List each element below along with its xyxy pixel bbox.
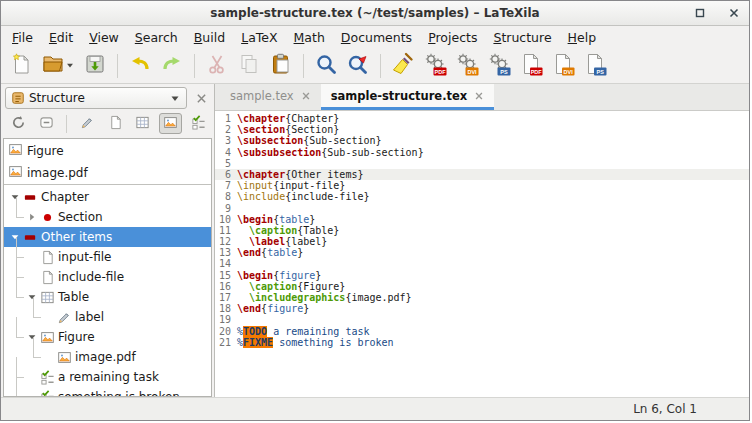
latexila-window: sample-structure.tex (~/test/samples) – … — [0, 0, 750, 421]
show-tables-button[interactable] — [131, 113, 155, 134]
editor-line-8[interactable]: 8\include{include-file} — [215, 191, 749, 202]
copy-button[interactable] — [234, 51, 264, 81]
paste-button[interactable] — [266, 51, 296, 81]
line-code: %TODO a remaining task — [237, 326, 749, 337]
view-pdf-button[interactable]: PDF — [516, 51, 546, 81]
tab-close-icon[interactable] — [301, 91, 311, 101]
editor-line-2[interactable]: 2\section{Section} — [215, 124, 749, 135]
show-labels-button[interactable] — [75, 113, 99, 134]
view-ps-button[interactable]: PS — [580, 51, 610, 81]
chevron-down-icon — [169, 92, 181, 104]
tree-item-a-remaining-task[interactable]: a remaining task — [4, 367, 211, 387]
sidebar-close-button[interactable] — [191, 88, 211, 108]
new-file-button[interactable] — [6, 51, 36, 81]
redo-button[interactable] — [157, 51, 187, 81]
titlebar[interactable]: sample-structure.tex (~/test/samples) – … — [1, 1, 749, 26]
code-token: {input-file} — [273, 180, 345, 191]
menu-latex[interactable]: LaTeX — [233, 28, 285, 47]
menu-file[interactable]: File — [4, 28, 41, 47]
tree-item-section[interactable]: Section — [4, 207, 211, 227]
tree-item-chapter[interactable]: Chapter — [4, 187, 211, 207]
code-token: \begin — [237, 270, 273, 281]
tab-sample-tex[interactable]: sample.tex — [220, 84, 321, 110]
statusbar: Ln 6, Col 1 — [1, 397, 749, 420]
tree-item-include-file[interactable]: include-file — [4, 267, 211, 287]
editor-line-18[interactable]: 18\end{figure} — [215, 303, 749, 314]
editor-line-3[interactable]: 3\subsection{Sub-section} — [215, 135, 749, 146]
editor-line-16[interactable]: 16 \caption{Figure} — [215, 281, 749, 292]
tree-item-image-pdf[interactable]: image.pdf — [4, 347, 211, 367]
editor-line-1[interactable]: 1\chapter{Chapter} — [215, 113, 749, 124]
menu-documents[interactable]: Documents — [333, 28, 420, 47]
close-button[interactable] — [727, 6, 741, 20]
expander-down-icon[interactable] — [8, 230, 22, 244]
tree-item-something-is-broken[interactable]: something is broken — [4, 387, 211, 396]
menu-help[interactable]: Help — [560, 28, 605, 47]
editor-line-6[interactable]: 6\chapter{Other items} — [215, 169, 749, 180]
line-number: 21 — [215, 337, 237, 348]
expander-down-icon[interactable] — [25, 290, 39, 304]
code-token: table — [267, 247, 297, 258]
svg-text:DVI: DVI — [564, 69, 574, 75]
build-dvi-button[interactable]: DVI — [452, 51, 482, 81]
editor-line-9[interactable]: 9 — [215, 203, 749, 214]
editor-line-7[interactable]: 7\input{input-file} — [215, 180, 749, 191]
search-button[interactable] — [311, 51, 341, 81]
new-document-icon — [9, 52, 33, 79]
show-todos-button[interactable] — [186, 113, 210, 134]
line-number: 18 — [215, 303, 237, 314]
editor-line-14[interactable]: 14 — [215, 258, 749, 269]
expander-right-icon[interactable] — [25, 210, 39, 224]
show-figures-button[interactable] — [159, 113, 183, 134]
editor-line-19[interactable]: 19 — [215, 314, 749, 325]
editor-line-15[interactable]: 15\begin{figure} — [215, 270, 749, 281]
editor-line-20[interactable]: 20%TODO a remaining task — [215, 326, 749, 337]
menu-projects[interactable]: Projects — [420, 28, 485, 47]
code-token: something is broken — [273, 337, 393, 348]
line-code: \caption{Table} — [237, 225, 749, 236]
tree-item-table[interactable]: Table — [4, 287, 211, 307]
refresh-button[interactable] — [7, 113, 31, 134]
tab-close-icon[interactable] — [474, 91, 484, 101]
menu-build[interactable]: Build — [186, 28, 233, 47]
tree-item-input-file[interactable]: input-file — [4, 247, 211, 267]
menu-view[interactable]: View — [81, 28, 127, 47]
editor-line-5[interactable]: 5 — [215, 158, 749, 169]
view-dvi-button[interactable]: DVI — [548, 51, 578, 81]
show-included-files-button[interactable] — [103, 113, 127, 134]
menu-math[interactable]: Math — [286, 28, 333, 47]
editor-line-17[interactable]: 17 \includegraphics{image.pdf} — [215, 292, 749, 303]
editor-line-10[interactable]: 10\begin{table} — [215, 214, 749, 225]
search-replace-button[interactable] — [343, 51, 373, 81]
menu-structure[interactable]: Structure — [485, 28, 559, 47]
structure-list-item[interactable]: image.pdf — [4, 162, 211, 184]
open-file-button[interactable] — [38, 51, 78, 81]
tree-item-other-items[interactable]: Other items — [4, 227, 211, 247]
tree-item-label[interactable]: label — [4, 307, 211, 327]
menu-search[interactable]: Search — [127, 28, 186, 47]
code-editor[interactable]: 1\chapter{Chapter}2\section{Section}3\su… — [215, 111, 749, 397]
build-ps-button[interactable]: PS — [484, 51, 514, 81]
expander-down-icon[interactable] — [25, 330, 39, 344]
build-pdf-button[interactable]: PDF — [420, 51, 450, 81]
cut-button[interactable] — [202, 51, 232, 81]
line-number: 15 — [215, 270, 237, 281]
clean-build-files-button[interactable] — [388, 51, 418, 81]
expander-down-icon[interactable] — [8, 190, 22, 204]
editor-line-11[interactable]: 11 \caption{Table} — [215, 225, 749, 236]
menu-edit[interactable]: Edit — [41, 28, 81, 47]
undo-button[interactable] — [125, 51, 155, 81]
editor-line-4[interactable]: 4\subsubsection{Sub-sub-section} — [215, 147, 749, 158]
editor-line-13[interactable]: 13\end{table} — [215, 247, 749, 258]
structure-list-item[interactable]: Figure — [4, 140, 211, 162]
editor-line-21[interactable]: 21%FIXME something is broken — [215, 337, 749, 348]
save-file-button[interactable] — [80, 51, 110, 81]
doc-badge-icon: PDF — [519, 52, 543, 79]
tree-item-figure[interactable]: Figure — [4, 327, 211, 347]
collapse-all-button[interactable] — [35, 113, 59, 134]
line-code: \label{label} — [237, 236, 749, 247]
maximize-button[interactable] — [693, 6, 707, 20]
tab-sample-structure-tex[interactable]: sample-structure.tex — [321, 84, 495, 110]
editor-line-12[interactable]: 12 \label{label} — [215, 236, 749, 247]
panel-selector[interactable]: Structure — [5, 87, 187, 109]
